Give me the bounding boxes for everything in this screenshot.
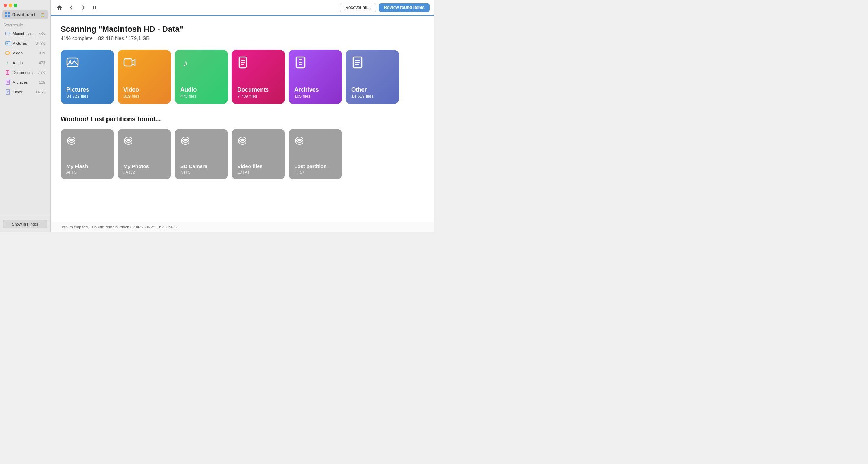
home-button[interactable] <box>55 4 64 12</box>
pictures-card-icon <box>66 56 108 71</box>
pictures-icon <box>5 40 11 46</box>
sidebar-item-count: 319 <box>39 51 45 55</box>
partition-name: My Flash <box>66 163 108 169</box>
sidebar-item-pictures[interactable]: Pictures 34,7K <box>1 39 49 48</box>
lost-partitions-title: Woohoo! Lost partitions found... <box>61 115 424 123</box>
file-cards: Pictures 34 722 files Video 319 files ♪ … <box>61 50 424 104</box>
recover-all-button[interactable]: Recover all... <box>340 3 376 12</box>
archives-icon <box>5 79 11 85</box>
partition-card-lost-partition[interactable]: Lost partition HFS+ <box>289 129 342 179</box>
partition-fs: EXFAT <box>237 170 279 174</box>
svg-rect-10 <box>6 80 10 84</box>
close-button[interactable] <box>4 4 7 7</box>
sidebar-item-archives[interactable]: Archives 105 <box>1 78 49 87</box>
traffic-lights <box>4 4 17 7</box>
sidebar-item-name: Other <box>13 90 34 94</box>
sidebar-item-count: 473 <box>39 61 45 65</box>
partition-cards: My Flash APFS My Photos FAT32 SD Camera … <box>61 129 424 179</box>
documents-card-title: Documents <box>237 87 279 93</box>
partition-drive-icon <box>237 135 279 148</box>
pictures-card-count: 34 722 files <box>66 94 108 99</box>
sidebar-item-video[interactable]: Video 319 <box>1 48 49 58</box>
archives-card-count: 105 files <box>294 94 336 99</box>
main-content: Recover all... Review found items Scanni… <box>51 0 434 232</box>
partition-card-my-photos[interactable]: My Photos FAT32 <box>118 129 171 179</box>
archives-card[interactable]: Archives 105 files <box>289 50 342 104</box>
dashboard-label: Dashboard <box>12 12 35 17</box>
dashboard-icon <box>5 12 10 17</box>
sidebar-item-name: Video <box>13 51 38 55</box>
partition-card-video-files[interactable]: Video files EXFAT <box>232 129 285 179</box>
sidebar-item-name: Pictures <box>13 41 34 45</box>
other-card-title: Other <box>351 87 393 93</box>
partition-fs: HFS+ <box>294 170 336 174</box>
svg-rect-18 <box>93 6 94 9</box>
back-button[interactable] <box>67 4 76 11</box>
documents-card[interactable]: Documents 7 739 files <box>232 50 285 104</box>
forward-button[interactable] <box>79 4 87 11</box>
maximize-button[interactable] <box>14 4 17 7</box>
sidebar-item-documents[interactable]: Documents 7,7K <box>1 68 49 77</box>
minimize-button[interactable] <box>9 4 12 7</box>
show-in-finder-button[interactable]: Show in Finder <box>3 220 47 228</box>
svg-text:♪: ♪ <box>6 60 8 65</box>
audio-card-title: Audio <box>180 87 222 93</box>
partition-name: My Photos <box>123 163 165 169</box>
video-card-title: Video <box>123 87 165 93</box>
drive-icon <box>5 31 11 36</box>
partition-drive-icon <box>66 135 108 148</box>
documents-card-icon <box>237 56 279 71</box>
archives-card-title: Archives <box>294 87 336 93</box>
video-card-icon <box>123 56 165 71</box>
sidebar-item-audio[interactable]: ♪ Audio 473 <box>1 58 49 67</box>
status-bar: 0h23m elapsed, ~0h33m remain, block 8204… <box>51 222 434 232</box>
other-card-icon <box>351 56 393 71</box>
content-area: Scanning "Macintosh HD - Data" 41% compl… <box>51 16 434 222</box>
sidebar-item-name: Archives <box>13 80 38 84</box>
svg-rect-4 <box>6 52 9 54</box>
dashboard-button[interactable]: Dashboard ⏳ <box>2 10 48 19</box>
sidebar-item-count: 14,6K <box>36 90 45 94</box>
scan-subtitle: 41% complete – 82 418 files / 179,1 GB <box>61 35 424 41</box>
sidebar-item-name: Audio <box>13 61 38 65</box>
pictures-card[interactable]: Pictures 34 722 files <box>61 50 114 104</box>
partition-name: Lost partition <box>294 163 336 169</box>
documents-card-count: 7 739 files <box>237 94 279 99</box>
pause-button[interactable] <box>90 4 99 11</box>
sidebar-item-count: 7,7K <box>38 71 45 75</box>
video-card[interactable]: Video 319 files <box>118 50 171 104</box>
sidebar-item-count: 34,7K <box>36 41 45 45</box>
documents-icon <box>5 70 11 75</box>
pictures-card-title: Pictures <box>66 87 108 93</box>
video-card-count: 319 files <box>123 94 165 99</box>
audio-card[interactable]: ♪ Audio 473 files <box>175 50 228 104</box>
partition-name: SD Camera <box>180 163 222 169</box>
other-icon <box>5 89 11 95</box>
sidebar-item-other[interactable]: Other 14,6K <box>1 87 49 97</box>
svg-rect-22 <box>124 59 132 66</box>
partition-card-my-flash[interactable]: My Flash APFS <box>61 129 114 179</box>
sidebar: Dashboard ⏳ Scan results Macintosh HD - … <box>0 0 51 232</box>
other-card[interactable]: Other 14 619 files <box>346 50 399 104</box>
partition-drive-icon <box>294 135 336 148</box>
svg-rect-19 <box>95 6 96 9</box>
svg-text:♪: ♪ <box>183 57 188 69</box>
partition-fs: APFS <box>66 170 108 174</box>
review-found-items-button[interactable]: Review found items <box>379 3 430 12</box>
partition-fs: FAT32 <box>123 170 165 174</box>
sidebar-item-count: 105 <box>39 80 45 84</box>
video-icon <box>5 50 11 56</box>
other-card-count: 14 619 files <box>351 94 393 99</box>
sidebar-item-macintosh-hd[interactable]: Macintosh HD - Da... 58K <box>1 29 49 38</box>
svg-point-1 <box>9 33 10 34</box>
scan-results-label: Scan results <box>0 21 50 29</box>
loading-icon: ⏳ <box>40 13 45 17</box>
sidebar-footer: Show in Finder <box>0 216 50 232</box>
toolbar: Recover all... Review found items <box>51 0 434 16</box>
partition-card-sd-camera[interactable]: SD Camera NTFS <box>175 129 228 179</box>
sidebar-item-name: Macintosh HD - Da... <box>13 31 37 36</box>
audio-card-icon: ♪ <box>180 56 222 71</box>
partition-fs: NTFS <box>180 170 222 174</box>
partition-drive-icon <box>123 135 165 148</box>
sidebar-item-count: 58K <box>39 32 45 36</box>
